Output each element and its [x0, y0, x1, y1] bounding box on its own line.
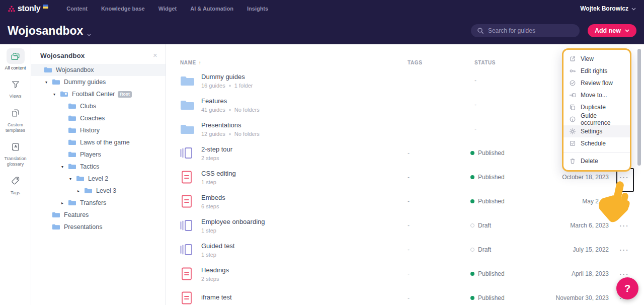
tree-item-players[interactable]: Players [31, 148, 166, 161]
tree-item-label: Features [64, 211, 89, 218]
folder-tree-panel: Wojosandbox ✕ Wojosandbox▾Dummy guides▾F… [31, 44, 166, 305]
folder-icon [52, 79, 60, 85]
folder-icon [76, 176, 84, 182]
collapse-panel-icon[interactable]: ✕ [153, 52, 157, 59]
tree-item-clubs[interactable]: Clubs [31, 100, 166, 112]
caret-right-icon[interactable]: ▸ [77, 189, 85, 193]
tree-item-label: Clubs [80, 103, 96, 110]
row-title[interactable]: Features [201, 97, 260, 105]
table-row-embeds[interactable]: Embeds6 steps-PublishedMay 2, 20··· [166, 189, 644, 213]
tree-item-wojosandbox[interactable]: Wojosandbox [31, 64, 166, 76]
caret-right-icon[interactable]: ▸ [61, 201, 68, 205]
nav-item-ai-automation[interactable]: AI & Automation [190, 6, 233, 12]
rail-item-views[interactable]: Views [1, 77, 30, 99]
row-title[interactable]: Employee onboarding [201, 218, 265, 225]
nav-item-content[interactable]: Content [66, 6, 88, 12]
review-check-circle-icon [569, 80, 576, 87]
row-title[interactable]: iframe test [201, 293, 232, 301]
table-row-iframe-test[interactable]: iframe test-PublishedNovember 30, 2023··… [166, 286, 644, 305]
tree-item-football-center[interactable]: ▾Football CenterRoot [31, 88, 166, 100]
row-status: - [474, 77, 476, 84]
caret-down-icon[interactable]: ▾ [69, 177, 76, 181]
tree-item-coaches[interactable]: Coaches [31, 112, 166, 124]
row-title[interactable]: Dummy guides [201, 73, 253, 81]
menu-item-settings[interactable]: Settings [564, 125, 630, 137]
menu-item-guide-occurrence[interactable]: Guide occurrence [564, 113, 630, 125]
folder-icon [52, 212, 60, 218]
row-status: Draft [470, 222, 491, 229]
tree-item-transfers[interactable]: ▸Transfers [31, 197, 166, 209]
row-title[interactable]: Presentations [201, 121, 260, 129]
menu-item-move-to[interactable]: Move to... [564, 89, 630, 101]
tree-item-history[interactable]: History [31, 124, 166, 136]
tree-item-level-2[interactable]: ▾Level 2 [31, 173, 166, 185]
row-actions-button[interactable]: ··· [618, 246, 631, 254]
row-date: May 2, 20 [582, 198, 609, 205]
row-actions-button[interactable]: ··· [618, 198, 631, 205]
caret-down-icon[interactable]: ▾ [45, 80, 52, 85]
row-title[interactable]: Guided test [201, 242, 235, 250]
rail-item-label: All content [5, 65, 26, 71]
rail-item-label: Translation glossary [1, 156, 30, 168]
workspace-title[interactable]: Wojosandbox [8, 23, 91, 39]
menu-item-view[interactable]: View [564, 53, 630, 65]
folder-icon [68, 151, 76, 158]
menu-item-review-flow[interactable]: Review flow [564, 77, 630, 89]
rail-item-label: Custom templates [1, 122, 30, 134]
row-tags: - [408, 198, 410, 205]
rail-item-all-content[interactable]: All content [1, 48, 30, 71]
user-menu[interactable]: Wojtek Borowicz [580, 5, 636, 12]
row-actions-button[interactable]: ··· [618, 222, 631, 230]
article-guide-icon [180, 291, 193, 304]
table-row-headings[interactable]: Headings2 steps-PublishedApril 18, 2023·… [166, 262, 644, 286]
status-dot-icon [470, 248, 474, 252]
table-row-employee-onboarding[interactable]: Employee onboarding1 step-DraftMarch 6, … [166, 213, 644, 238]
menu-item-delete[interactable]: Delete [564, 155, 630, 167]
rail-item-custom-templates[interactable]: Custom templates [1, 105, 30, 134]
main-nav: Content Knowledge base Widget AI & Autom… [66, 6, 268, 12]
rail-item-translation-glossary[interactable]: Translation glossary [1, 139, 30, 168]
top-bar: stonly Content Knowledge base Widget AI … [0, 0, 644, 44]
stonly-logo-icon [8, 6, 15, 12]
row-title[interactable]: 2-step tour [201, 145, 232, 153]
column-header-name[interactable]: NAME↑ [180, 60, 201, 65]
row-title[interactable]: CSS editing [201, 170, 236, 177]
row-actions-button[interactable]: ··· [618, 270, 631, 278]
column-header-tags[interactable]: TAGS [408, 60, 422, 65]
nav-item-insights[interactable]: Insights [247, 6, 268, 12]
nav-item-knowledge-base[interactable]: Knowledge base [101, 6, 145, 12]
menu-item-duplicate[interactable]: Duplicate [564, 101, 630, 113]
menu-item-edit-rights[interactable]: Edit rights [564, 65, 630, 77]
tree-item-features[interactable]: Features [31, 209, 166, 221]
filter-icon [7, 77, 25, 92]
rail-item-tags[interactable]: Tags [1, 173, 30, 196]
row-title[interactable]: Headings [201, 266, 229, 274]
tree-item-label: Laws of the game [80, 139, 130, 146]
article-guide-icon [180, 267, 193, 280]
row-meta: 6 steps [201, 203, 225, 209]
glossary-book-icon [7, 139, 25, 155]
scrollbar[interactable] [637, 49, 641, 166]
guide-context-menu: View Edit rights Review flow Move to... … [562, 48, 631, 172]
tree-item-presentations[interactable]: Presentations [31, 221, 166, 233]
status-dot-icon [470, 175, 474, 179]
caret-down-icon[interactable]: ▾ [61, 165, 68, 169]
tree-item-laws-of-the-game[interactable]: Laws of the game [31, 136, 166, 148]
caret-down-icon[interactable]: ▾ [53, 92, 60, 97]
menu-item-schedule[interactable]: Schedule [564, 137, 630, 149]
key-icon [569, 67, 576, 74]
tree-item-level-3[interactable]: ▸Level 3 [31, 185, 166, 197]
stonly-logo[interactable]: stonly [8, 4, 48, 13]
column-header-status[interactable]: STATUS [474, 60, 496, 65]
search-input[interactable] [471, 24, 580, 37]
add-new-button[interactable]: Add new [588, 24, 636, 37]
nav-item-widget[interactable]: Widget [158, 6, 177, 12]
workspace-title-label: Wojosandbox [8, 24, 83, 38]
help-button[interactable]: ? [616, 277, 638, 299]
row-title[interactable]: Embeds [201, 194, 225, 201]
workspace-header: Wojosandbox Add new [0, 17, 644, 44]
tree-item-tactics[interactable]: ▾Tactics [31, 161, 166, 173]
table-row-guided-test[interactable]: Guided test1 step-DraftJuly 15, 2022··· [166, 238, 644, 262]
tree-item-dummy-guides[interactable]: ▾Dummy guides [31, 76, 166, 88]
row-tags: - [408, 270, 410, 277]
